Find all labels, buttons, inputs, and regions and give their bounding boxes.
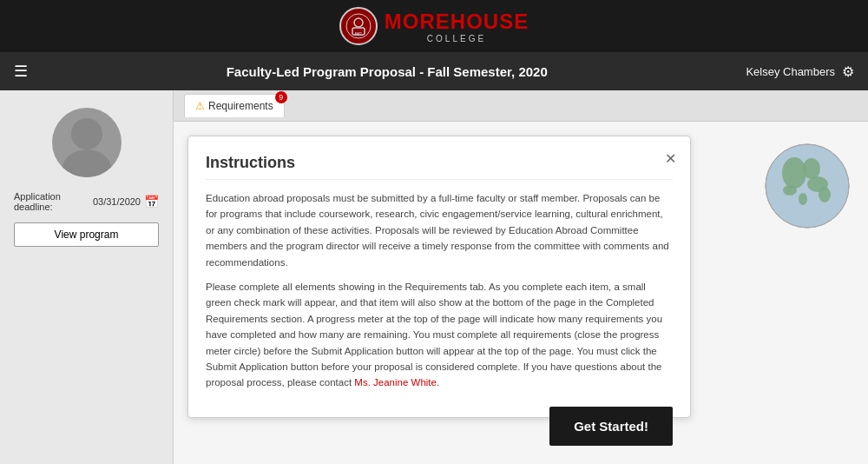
warning-icon: ⚠ [195, 100, 205, 112]
gear-icon[interactable]: ⚙ [842, 63, 854, 80]
sidebar: Application deadline: 03/31/2020 📅 View … [0, 90, 174, 464]
modal-paragraph-2: Please complete all elements showing in … [206, 279, 673, 391]
page-title: Faculty-Led Program Proposal - Fall Seme… [28, 64, 746, 79]
contact-link[interactable]: Ms. Jeanine White [354, 377, 437, 388]
svg-point-12 [799, 193, 807, 205]
modal-close-button[interactable]: ✕ [665, 150, 676, 167]
main-layout: Application deadline: 03/31/2020 📅 View … [0, 90, 868, 464]
tabs-bar: ⚠ Requirements 9 [174, 90, 868, 122]
modal-title: Instructions [206, 154, 673, 180]
content-area: ⚠ Requirements 9 Instructions ✕ [174, 90, 868, 464]
college-name: MOREHOUSE [385, 10, 529, 34]
menu-icon[interactable]: ☰ [14, 62, 28, 81]
user-name: Kelsey Chambers [746, 65, 835, 78]
svg-text:MC: MC [355, 31, 362, 36]
modal-paragraph-2-text: Please complete all elements showing in … [206, 282, 662, 388]
logo-text-area: MOREHOUSE COLLEGE [385, 10, 529, 43]
secondary-nav: ☰ Faculty-Led Program Proposal - Fall Se… [0, 52, 868, 90]
avatar [52, 108, 122, 177]
deadline-date: 03/31/2020 [93, 196, 141, 207]
avatar-container [14, 108, 159, 177]
calendar-icon: 📅 [144, 195, 159, 209]
tab-requirements-label: Requirements [208, 100, 273, 112]
svg-point-8 [803, 158, 820, 179]
college-sub: COLLEGE [385, 34, 529, 43]
svg-point-4 [71, 118, 102, 149]
get-started-button[interactable]: Get Started! [549, 407, 673, 446]
svg-point-5 [62, 149, 111, 177]
modal-paragraph-1: Education abroad proposals must be submi… [206, 190, 673, 270]
view-program-button[interactable]: View program [14, 222, 159, 247]
tab-requirements[interactable]: ⚠ Requirements 9 [184, 94, 285, 117]
instructions-modal: Instructions ✕ Education abroad proposal… [187, 136, 691, 418]
svg-point-11 [819, 187, 831, 202]
globe-area [764, 143, 851, 229]
online-application-section: Online application Proposal - Structure … [174, 453, 868, 464]
deadline-row: Application deadline: 03/31/2020 📅 [14, 191, 159, 212]
svg-point-7 [782, 157, 806, 189]
svg-point-10 [783, 185, 797, 196]
requirements-badge: 9 [275, 91, 287, 103]
user-area: Kelsey Chambers ⚙ [746, 63, 854, 80]
logo-area: MC MOREHOUSE COLLEGE [339, 7, 529, 45]
deadline-label: Application deadline: [14, 191, 89, 212]
logo-bar: MC MOREHOUSE COLLEGE [0, 0, 868, 52]
logo-emblem: MC [339, 7, 378, 45]
modal-paragraph-2-end: . [437, 377, 439, 388]
